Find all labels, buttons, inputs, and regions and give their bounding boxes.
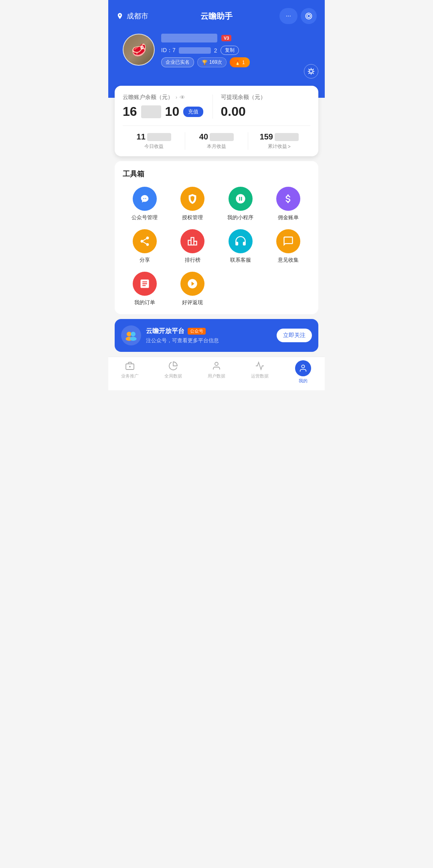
tool-icon-ranking [180, 229, 204, 253]
tool-icon-wechat-mgmt [133, 187, 157, 211]
business-icon [124, 360, 136, 371]
tool-label-feedback: 意见收集 [278, 256, 299, 264]
tool-label-good-review: 好评返现 [182, 299, 203, 306]
nav-label-user-data: 用户数据 [208, 373, 225, 379]
withdrawable-balance: 可提现余额（元） 0.00 [213, 94, 311, 119]
banner-card: 云瞻开放平台 公众号 注公众号，可查看更多平台信息 立即关注 [115, 319, 318, 352]
mine-icon [295, 360, 311, 376]
today-income-blur [147, 133, 171, 141]
tool-icon-customer-service [229, 229, 253, 253]
follow-button[interactable]: 立即关注 [277, 329, 312, 342]
tool-label-miniprogram: 我的小程序 [227, 214, 253, 221]
fire-icon: 🔥 [235, 60, 241, 65]
tool-label-commission: 佣金账单 [278, 214, 299, 221]
tool-icon-commission [276, 187, 300, 211]
nav-item-global-data[interactable]: 全局数据 [152, 360, 195, 384]
total-income-label: 累计收益 > [248, 143, 310, 150]
header: 成都市 云瞻助手 ··· 🥩 V3 ID：7 2 复制 [108, 0, 325, 98]
trophy-count: 169次 [209, 59, 222, 66]
profile-info: V3 ID：7 2 复制 企业已实名 🏆 169次 🔥 1 [161, 34, 310, 67]
profile-id-blur [179, 47, 211, 54]
month-income-prefix: 40 [199, 132, 208, 141]
tool-item-commission[interactable]: 佣金账单 [267, 187, 311, 221]
balance-top-row: 云瞻账户余额（元） › 👁 16 10 充值 可提现余额（元） 0.00 [123, 94, 310, 119]
user-data-icon [211, 360, 222, 371]
profile-tags: 企业已实名 🏆 169次 🔥 1 [161, 57, 310, 67]
avatar[interactable]: 🥩 [123, 34, 155, 66]
location-icon [116, 12, 123, 20]
banner-icon [121, 325, 141, 345]
header-actions: ··· [279, 8, 317, 24]
yunzan-blur [141, 105, 161, 118]
today-income-value: 11 [123, 132, 185, 141]
profile-id-suffix: 2 [214, 47, 217, 54]
withdrawable-amount: 0.00 [221, 104, 311, 119]
nav-label-mine: 我的 [299, 378, 308, 384]
more-button[interactable]: ··· [279, 8, 297, 24]
scan-icon [305, 12, 313, 20]
tool-label-wechat-mgmt: 公众号管理 [132, 214, 158, 221]
scan-button[interactable] [301, 8, 317, 24]
total-income-prefix: 159 [260, 132, 273, 141]
eye-icon[interactable]: 👁 [180, 94, 185, 101]
total-income-arrow: > [288, 144, 291, 149]
profile-name-blur [161, 34, 217, 42]
tool-item-share[interactable]: 分享 [123, 229, 167, 264]
svg-point-0 [127, 332, 132, 337]
tool-item-good-review[interactable]: 好评返现 [171, 272, 215, 306]
city-location[interactable]: 成都市 [116, 11, 148, 21]
today-income-label: 今日收益 [123, 143, 185, 150]
profile-section: 🥩 V3 ID：7 2 复制 企业已实名 🏆 169次 🔥 [116, 34, 317, 67]
yunzan-amount: 16 10 充值 [123, 104, 212, 119]
nav-label-global-data: 全局数据 [164, 373, 182, 379]
tool-label-customer-service: 联系客服 [230, 256, 251, 264]
app-title: 云瞻助手 [200, 11, 233, 22]
banner-name-row: 云瞻开放平台 公众号 [146, 327, 272, 335]
banner-description: 注公众号，可查看更多平台信息 [146, 337, 272, 344]
tool-item-wechat-mgmt[interactable]: 公众号管理 [123, 187, 167, 221]
profile-name-row: V3 [161, 34, 310, 42]
month-income-value: 40 [185, 132, 247, 141]
tool-item-miniprogram[interactable]: 我的小程序 [219, 187, 263, 221]
svg-point-7 [215, 362, 218, 365]
tool-icon-my-orders [133, 272, 157, 296]
tool-item-feedback[interactable]: 意见收集 [267, 229, 311, 264]
tool-item-customer-service[interactable]: 联系客服 [219, 229, 263, 264]
month-income-blur [210, 133, 234, 141]
yunzan-suffix: 10 [165, 104, 180, 119]
banner-platform-name: 云瞻开放平台 [146, 327, 184, 335]
nav-item-operation-data[interactable]: 运营数据 [238, 360, 281, 384]
toolbox-card: 工具箱 公众号管理授权管理我的小程序佣金账单分享排行榜联系客服意见收集我的订单好… [115, 161, 318, 314]
nav-item-mine[interactable]: 我的 [281, 360, 325, 384]
fire-tag: 🔥 1 [230, 57, 250, 67]
stats-row: 11 今日收益 40 本月收益 159 累计收益 > [123, 125, 310, 150]
nav-item-business[interactable]: 业务推广 [108, 360, 152, 384]
tool-item-my-orders[interactable]: 我的订单 [123, 272, 167, 306]
nav-item-user-data[interactable]: 用户数据 [195, 360, 238, 384]
tools-grid: 公众号管理授权管理我的小程序佣金账单分享排行榜联系客服意见收集我的订单好评返现 [123, 187, 310, 306]
tool-item-ranking[interactable]: 排行榜 [171, 229, 215, 264]
tool-icon-feedback [276, 229, 300, 253]
tool-item-auth-mgmt[interactable]: 授权管理 [171, 187, 215, 221]
withdrawable-label: 可提现余额（元） [221, 94, 311, 101]
total-income-stat[interactable]: 159 累计收益 > [248, 132, 310, 150]
arrow-right-icon: › [176, 95, 177, 100]
settings-icon[interactable] [304, 64, 318, 79]
svg-point-8 [301, 365, 304, 368]
total-income-value: 159 [248, 132, 310, 141]
balance-card: 云瞻账户余额（元） › 👁 16 10 充值 可提现余额（元） 0.00 11 … [115, 86, 318, 156]
tool-icon-good-review [180, 272, 204, 296]
month-income-stat: 40 本月收益 [185, 132, 247, 150]
month-income-label: 本月收益 [185, 143, 247, 150]
recharge-button[interactable]: 充值 [183, 107, 203, 117]
tool-label-auth-mgmt: 授权管理 [182, 214, 203, 221]
yunzan-label-text: 云瞻账户余额（元） [123, 94, 173, 101]
yunzan-balance-label: 云瞻账户余额（元） › 👁 [123, 94, 212, 101]
copy-id-button[interactable]: 复制 [221, 46, 239, 55]
svg-point-3 [130, 337, 137, 341]
today-income-stat: 11 今日收益 [123, 132, 185, 150]
yunzan-balance: 云瞻账户余额（元） › 👁 16 10 充值 [123, 94, 212, 119]
v3-badge: V3 [221, 35, 231, 41]
banner-type-tag: 公众号 [188, 328, 206, 335]
trophy-tag: 🏆 169次 [197, 57, 227, 67]
